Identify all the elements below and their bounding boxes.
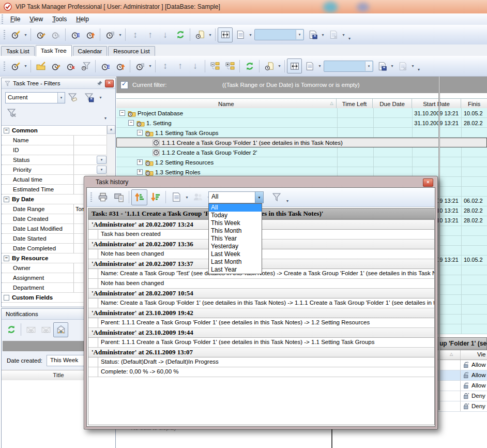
task-row-create-folder-2[interactable]: 1.1.2 Create a Task Group 'Folder 2' bbox=[116, 147, 487, 157]
delete-task-button[interactable] bbox=[63, 58, 78, 73]
filter-row-status[interactable]: Status▾ bbox=[2, 155, 107, 165]
dropdown-item-last-week[interactable]: Last Week bbox=[209, 250, 262, 258]
gantt-chart-button[interactable] bbox=[102, 27, 117, 42]
filter-row-name[interactable]: Name bbox=[2, 136, 107, 145]
delete-view-dropdown[interactable]: ▾ bbox=[341, 28, 346, 42]
save-view-button[interactable] bbox=[374, 58, 389, 73]
move-task-button[interactable]: ↕ bbox=[158, 58, 173, 73]
menu-tools[interactable]: Tools bbox=[48, 13, 71, 25]
sort-descending-button[interactable] bbox=[147, 189, 163, 205]
dropdown-item-this-year[interactable]: This Year bbox=[209, 235, 262, 243]
pane-splitter[interactable] bbox=[438, 334, 440, 410]
column-header-name[interactable]: Name△ bbox=[116, 99, 337, 109]
task-priority-button[interactable] bbox=[113, 58, 128, 73]
task-row-setting-task-groups[interactable]: − 1.1 Setting Task Groups bbox=[116, 128, 487, 138]
save-view-button[interactable] bbox=[305, 27, 320, 42]
history-fields-button[interactable] bbox=[168, 189, 184, 205]
scroll-up-icon[interactable]: ▲ bbox=[107, 125, 115, 134]
dropdown-item-yesterday[interactable]: Yesterday bbox=[209, 243, 262, 250]
menu-file[interactable]: File bbox=[6, 13, 25, 25]
chevron-down-icon[interactable]: ▾ bbox=[255, 192, 263, 203]
filter-row-id[interactable]: ID bbox=[2, 145, 107, 155]
close-icon[interactable]: × bbox=[423, 178, 433, 187]
field-value[interactable] bbox=[73, 145, 107, 155]
move-up-button[interactable]: ↑ bbox=[173, 58, 188, 73]
field-value[interactable]: ▾ bbox=[73, 165, 107, 174]
save-filter-dropdown[interactable]: ▾ bbox=[98, 91, 103, 104]
chevron-down-icon[interactable]: ▾ bbox=[97, 166, 106, 174]
history-filter-button[interactable] bbox=[268, 189, 284, 205]
collapse-box-icon[interactable]: − bbox=[128, 120, 134, 126]
close-icon[interactable]: × bbox=[105, 80, 114, 87]
filter-button[interactable] bbox=[78, 58, 93, 73]
dialog-toolbar-overflow[interactable]: ▾ bbox=[286, 199, 288, 203]
history-fields-dropdown[interactable]: ▾ bbox=[184, 190, 190, 204]
task-notes-button[interactable] bbox=[98, 58, 113, 73]
save-view-dropdown[interactable]: ▾ bbox=[389, 59, 395, 73]
view-preset-combobox[interactable]: ▾ bbox=[324, 61, 373, 72]
mark-read-button[interactable] bbox=[23, 322, 38, 337]
expand-box-icon[interactable]: + bbox=[137, 159, 143, 165]
expand-all-button[interactable] bbox=[222, 58, 237, 73]
save-view-dropdown[interactable]: ▾ bbox=[320, 28, 326, 42]
tab-calendar[interactable]: Calendar bbox=[73, 46, 108, 56]
gantt-chart-button[interactable] bbox=[132, 58, 147, 73]
dropdown-item-this-week[interactable]: This Week bbox=[209, 219, 262, 227]
view-preset-combobox[interactable]: ▾ bbox=[254, 29, 304, 40]
delete-task-button[interactable] bbox=[48, 27, 63, 42]
gantt-dropdown[interactable]: ▾ bbox=[147, 59, 153, 73]
task-priority-button[interactable] bbox=[83, 27, 98, 42]
grid-view-dropdown[interactable]: ▾ bbox=[248, 28, 253, 42]
menu-help[interactable]: Help bbox=[71, 13, 94, 25]
filters-toolbar-overflow[interactable]: ▾ bbox=[104, 116, 106, 121]
pane-splitter[interactable] bbox=[438, 108, 440, 334]
dropdown-item-today[interactable]: Today bbox=[209, 212, 262, 219]
fit-columns-toggle[interactable] bbox=[218, 27, 233, 42]
chevron-down-icon[interactable]: ▾ bbox=[57, 93, 65, 103]
collapse-box-icon[interactable]: − bbox=[119, 110, 125, 116]
move-down-button[interactable]: ↓ bbox=[158, 27, 173, 42]
chevron-down-icon[interactable]: ▾ bbox=[97, 156, 106, 164]
sort-ascending-button[interactable] bbox=[131, 189, 147, 205]
mark-unread-button[interactable] bbox=[38, 322, 53, 337]
tab-resource-list[interactable]: Resource List bbox=[108, 46, 155, 56]
new-task-button[interactable] bbox=[8, 27, 23, 42]
pane-splitter[interactable] bbox=[438, 77, 440, 108]
column-header-due-date[interactable]: Due Date bbox=[373, 99, 412, 109]
fit-columns-toggle[interactable] bbox=[287, 58, 302, 73]
refresh-notifications-button[interactable] bbox=[4, 322, 19, 337]
history-range-combobox[interactable]: All▾ bbox=[208, 191, 264, 203]
task-notes-button[interactable] bbox=[68, 27, 83, 42]
dropdown-item-this-month[interactable]: This Month bbox=[209, 227, 262, 235]
toolbar-overflow-chevron[interactable]: ▾ bbox=[418, 67, 420, 72]
tab-task-tree[interactable]: Task Tree bbox=[36, 45, 72, 56]
menu-view[interactable]: View bbox=[25, 13, 48, 25]
chevron-down-icon[interactable]: ▾ bbox=[365, 62, 372, 71]
collapse-box-icon[interactable]: − bbox=[137, 130, 143, 136]
task-row-project-database[interactable]: − Project Database 31.10.2009 13:21 10.0… bbox=[116, 108, 487, 118]
toolbar-grip[interactable] bbox=[2, 14, 3, 24]
toolbar-grip[interactable] bbox=[4, 30, 5, 39]
refresh-button[interactable] bbox=[242, 58, 257, 73]
new-task-dropdown[interactable]: ▾ bbox=[23, 28, 28, 42]
collapse-box-icon[interactable]: − bbox=[4, 197, 9, 202]
edit-task-button[interactable] bbox=[33, 27, 48, 42]
collapse-box-icon[interactable] bbox=[4, 295, 9, 301]
collapse-all-button[interactable] bbox=[207, 58, 222, 73]
filter-preset-combobox[interactable]: Current▾ bbox=[5, 92, 65, 103]
gantt-dropdown[interactable]: ▾ bbox=[117, 28, 123, 42]
new-task-dropdown[interactable]: ▾ bbox=[23, 59, 28, 73]
dropdown-item-all[interactable]: All bbox=[209, 204, 262, 212]
expand-box-icon[interactable]: + bbox=[137, 169, 143, 175]
new-task-group-button[interactable] bbox=[33, 58, 48, 73]
collapse-box-icon[interactable]: − bbox=[4, 256, 9, 261]
edit-task-button[interactable] bbox=[48, 58, 63, 73]
refresh-button[interactable] bbox=[173, 27, 188, 42]
delete-view-button[interactable] bbox=[395, 58, 410, 73]
field-value[interactable]: ▾ bbox=[73, 155, 107, 165]
column-header-finish-date[interactable]: Finis bbox=[461, 99, 487, 109]
field-value[interactable] bbox=[73, 136, 107, 145]
toolbar-grip[interactable] bbox=[90, 192, 92, 202]
apply-filter-button[interactable] bbox=[66, 91, 79, 104]
toolbar-overflow-chevron[interactable]: ▾ bbox=[348, 36, 351, 41]
